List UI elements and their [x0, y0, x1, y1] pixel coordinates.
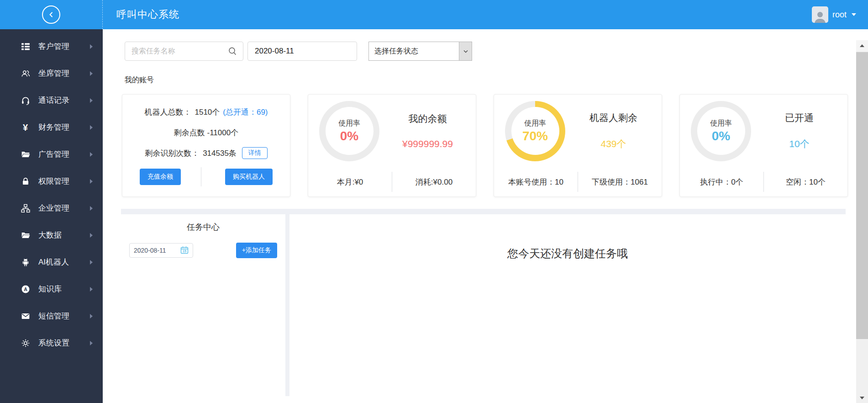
sidebar-item-sms[interactable]: 短信管理: [0, 302, 103, 329]
remaining-points-text: 剩余点数 -11000个: [174, 127, 238, 138]
usage-gauge: 使用率 70%: [505, 101, 565, 161]
filter-date-input[interactable]: 2020-08-11: [247, 42, 357, 61]
calendar-icon: 15: [180, 246, 189, 255]
chevron-right-icon: [90, 179, 93, 184]
sidebar-item-permissions[interactable]: 权限管理: [0, 168, 103, 195]
account-section-title: 我的账号: [125, 75, 856, 85]
empty-task-message: 您今天还没有创建任务哦: [289, 246, 846, 261]
filter-bar: 2020-08-11 选择任务状态: [125, 42, 856, 61]
task-search-field: [125, 42, 243, 61]
sidebar-item-knowledge[interactable]: A 知识库: [0, 276, 103, 302]
svg-text:A: A: [24, 286, 27, 292]
scroll-up-button[interactable]: [856, 40, 868, 51]
detail-button[interactable]: 详情: [242, 147, 268, 159]
account-cards-row: 机器人总数： 1510个 (总开通：69) 剩余点数 -11000个 剩余识别次…: [122, 94, 856, 197]
sidebar-item-customers[interactable]: 客户管理: [0, 33, 103, 60]
sidebar-nav: 客户管理 坐席管理 通话记录 ¥ 财务管理 广告管理 权限管理: [0, 29, 103, 403]
opened-robots-card: 使用率 0% 已开通 10个 执行中：0个 空闲：10个: [679, 94, 848, 197]
card-value: ¥999999.99: [402, 138, 453, 149]
card-title: 已开通: [785, 111, 814, 124]
sidebar-item-finance[interactable]: ¥ 财务管理: [0, 114, 103, 141]
add-task-button[interactable]: +添加任务: [236, 243, 277, 258]
robots-total-value: 1510个: [195, 107, 220, 117]
mail-icon: [20, 311, 31, 321]
foot-right-stat: 空闲：10个: [764, 177, 847, 187]
chevron-left-icon: [47, 11, 55, 18]
lock-icon: [20, 176, 31, 186]
folder-icon: [20, 149, 31, 159]
task-center-panel: 任务中心 2020-08-11 15 +添加任务: [121, 214, 285, 396]
chevron-right-icon: [90, 98, 93, 103]
chevron-right-icon: [90, 287, 93, 292]
select-dropdown-button[interactable]: [459, 42, 472, 60]
menu-grid-icon: [20, 41, 31, 52]
foot-right-stat: 消耗:¥0.00: [392, 177, 476, 187]
sidebar-item-bigdata[interactable]: 大数据: [0, 222, 103, 249]
page-title: 呼叫中心系统: [116, 8, 179, 21]
sidebar-item-settings[interactable]: 系统设置: [0, 329, 103, 356]
recognition-label: 剩余识别次数：: [145, 148, 199, 159]
recognition-value: 314535条: [203, 148, 237, 159]
sitemap-icon: [20, 203, 31, 213]
task-list-panel: 您今天还没有创建任务哦: [289, 214, 846, 396]
avatar: [812, 6, 828, 23]
username: root: [832, 10, 847, 20]
card-value: 439个: [600, 138, 626, 150]
chevron-right-icon: [90, 152, 93, 157]
buy-robot-button[interactable]: 购买机器人: [225, 169, 273, 185]
balance-card: 使用率 0% 我的余额 ¥999999.99 本月:¥0 消耗:¥0.00: [308, 94, 476, 197]
robots-total-label: 机器人总数：: [144, 107, 191, 117]
usage-gauge: 使用率 0%: [319, 101, 379, 161]
scroll-down-button[interactable]: [856, 393, 868, 403]
sidebar-item-enterprise[interactable]: 企业管理: [0, 195, 103, 222]
collapse-back-button[interactable]: [42, 5, 60, 24]
foot-left-stat: 本月:¥0: [308, 177, 392, 187]
task-status-select[interactable]: 选择任务状态: [368, 42, 472, 61]
task-center-section: 任务中心 2020-08-11 15 +添加任务 您今天还没有创建任务哦: [121, 209, 846, 396]
scrollbar: [856, 29, 868, 403]
sidebar-item-ai-robot[interactable]: AI机器人: [0, 249, 103, 276]
user-menu[interactable]: root: [812, 6, 856, 23]
card-title: 我的余额: [409, 112, 447, 125]
usage-gauge: 使用率 0%: [691, 101, 751, 161]
foot-left-stat: 执行中：0个: [680, 177, 763, 187]
scrollbar-thumb[interactable]: [856, 52, 868, 339]
sidebar-item-agents[interactable]: 坐席管理: [0, 60, 103, 87]
sidebar-item-call-records[interactable]: 通话记录: [0, 87, 103, 114]
knowledge-circle-a-icon: A: [20, 284, 31, 294]
triangle-down-icon: [860, 397, 864, 399]
caret-down-icon: [852, 13, 856, 16]
sidebar-item-ads[interactable]: 广告管理: [0, 141, 103, 168]
robots-remaining-card: 使用率 70% 机器人剩余 439个 本账号使用：10 下级使用：1061: [494, 94, 662, 197]
magnifier-icon[interactable]: [227, 46, 237, 56]
task-center-title: 任务中心: [121, 222, 285, 233]
chevron-right-icon: [90, 125, 93, 130]
chevron-right-icon: [90, 314, 93, 318]
task-date-input[interactable]: 2020-08-11 15: [129, 243, 193, 258]
headset-icon: [20, 95, 31, 106]
chevron-right-icon: [90, 233, 93, 238]
robot-icon: [20, 257, 31, 267]
yen-icon: ¥: [20, 122, 31, 133]
card-value: 10个: [789, 138, 809, 150]
foot-left-stat: 本账号使用：10: [494, 177, 578, 187]
users-icon: [20, 68, 31, 79]
chevron-right-icon: [90, 260, 93, 265]
folder-icon: [20, 230, 31, 240]
gear-icon: [20, 338, 31, 348]
vertical-divider: [201, 167, 201, 186]
triangle-up-icon: [860, 44, 864, 47]
app-header: 呼叫中心系统 root: [0, 0, 868, 29]
header-logo-area: [0, 0, 103, 29]
search-input[interactable]: [131, 47, 227, 56]
robots-opened-link[interactable]: (总开通：69): [223, 107, 268, 117]
main-content: 2020-08-11 选择任务状态 我的账号 机器人总数： 1510个 (总开通…: [103, 29, 856, 403]
card-title: 机器人剩余: [589, 111, 637, 124]
recharge-balance-button[interactable]: 充值余额: [140, 169, 181, 185]
foot-right-stat: 下级使用：1061: [578, 177, 662, 187]
chevron-right-icon: [90, 206, 93, 211]
robot-summary-card: 机器人总数： 1510个 (总开通：69) 剩余点数 -11000个 剩余识别次…: [122, 94, 290, 197]
svg-text:15: 15: [183, 249, 186, 253]
chevron-right-icon: [90, 71, 93, 76]
chevron-right-icon: [90, 341, 93, 345]
